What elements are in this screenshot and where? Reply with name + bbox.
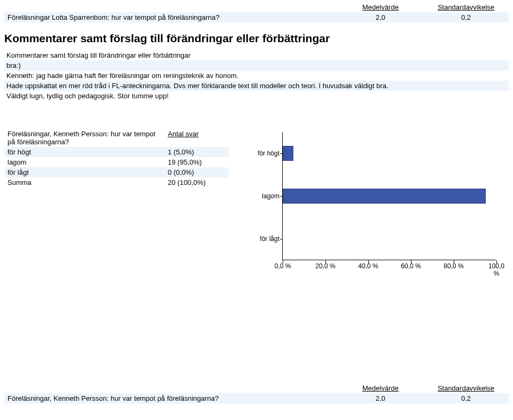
freq-row-label: Summa [4,177,165,188]
comment-line: bra:) [4,60,509,71]
freq-row-value: 20 (100,0%) [165,177,229,188]
chart-ylabel: för lågt [252,235,279,243]
stats-empty-header [4,2,338,12]
stats-col-std-header: Standardavvikelse [423,2,509,12]
freq-question: Föreläsningar, Kenneth Persson: hur var … [4,129,165,147]
chart-xlabel: 60,0 % [399,262,423,270]
freq-row-value: 0 (0,0%) [165,167,229,177]
comment-line: Kenneth: jag hade gärna haft fler förelä… [4,71,509,81]
chart-ylabel: lagom [252,192,279,200]
comments-box: Kommentarer samt förslag till förändring… [4,50,509,101]
comment-line: Hade uppskattat en mer röd tråd i FL-ant… [4,81,509,91]
chart-bar [283,146,293,161]
stats-row-std: 0,2 [423,393,509,403]
stats-row-std: 0,2 [423,12,509,22]
stats-row-mean: 2,0 [338,12,423,22]
section-heading: Kommentarer samt förslag till förändring… [4,32,509,45]
freq-row-label: för högt [4,147,165,157]
stats-empty-header [4,383,338,393]
chart-xlabel: 0,0 % [271,262,294,270]
chart-xlabel: 40,0 % [356,262,380,270]
comment-line: Väldigt lugn, tydlig och pedagogisk. Sto… [4,91,509,101]
stats-table-top: Medelvärde Standardavvikelse Föreläsning… [4,2,509,22]
chart-ylabel: för högt [252,150,279,157]
chart-plot-area: för högt lagom för lågt 0,0 % 20,0 % 40,… [282,132,496,260]
chart-bar [283,189,486,204]
frequency-table: Föreläsningar, Kenneth Persson: hur var … [4,129,229,188]
stats-row-mean: 2,0 [338,393,423,403]
stats-table-bottom: Medelvärde Standardavvikelse Föreläsning… [4,383,509,403]
comments-caption: Kommentarer samt förslag till förändring… [4,50,509,60]
stats-col-std-header: Standardavvikelse [423,383,509,393]
bar-chart: för högt lagom för lågt 0,0 % 20,0 % 40,… [250,127,507,287]
chart-xlabel: 20,0 % [314,262,337,270]
chart-xlabel: 100,0 % [485,262,508,277]
stats-row-question: Föreläsningar Lotta Sparrenbom: hur var … [4,12,338,22]
freq-row-label: för lågt [4,167,165,177]
freq-row-label: lagom [4,157,165,167]
stats-col-mean-header: Medelvärde [338,383,423,393]
freq-row-value: 1 (5,0%) [165,147,229,157]
stats-row-question: Föreläsningar, Kenneth Persson: hur var … [4,393,338,403]
freq-answers-header: Antal svar [165,129,229,147]
stats-col-mean-header: Medelvärde [338,2,423,12]
chart-xlabel: 80,0 % [442,262,465,270]
freq-row-value: 19 (95,0%) [165,157,229,167]
